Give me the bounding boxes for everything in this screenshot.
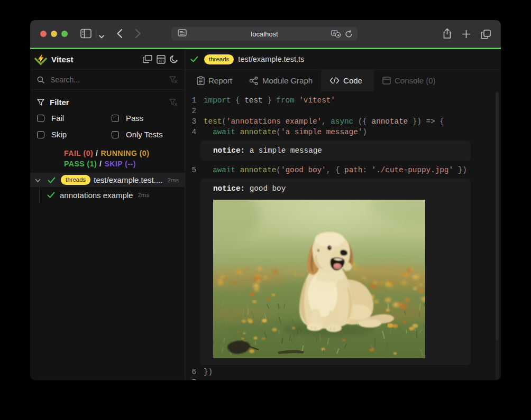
svg-text:3: 3: [158, 59, 160, 62]
svg-text:1: 1: [162, 59, 164, 62]
